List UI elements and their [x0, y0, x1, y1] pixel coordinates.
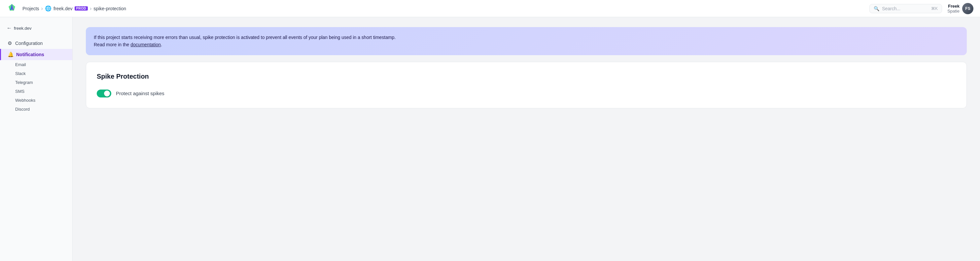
avatar-initials: FS	[965, 6, 970, 11]
breadcrumb-sep-2: ›	[90, 6, 91, 11]
configuration-icon: ⚙	[6, 40, 13, 46]
sidebar-sub-item-discord[interactable]: Discord	[0, 105, 72, 114]
discord-label: Discord	[15, 107, 30, 112]
breadcrumb: Projects › 🌐 freek.dev PROD › spike-prot…	[22, 5, 126, 11]
user-info[interactable]: Freek Spatie FS	[947, 3, 974, 14]
user-first-name: Freek	[947, 4, 959, 9]
sidebar-section-main: ⚙ Configuration 🔔 Notifications Email Sl…	[0, 37, 72, 115]
email-label: Email	[15, 62, 26, 67]
sidebar-item-notifications[interactable]: 🔔 Notifications	[0, 49, 72, 60]
back-arrow-icon: ←	[6, 25, 12, 31]
notifications-icon: 🔔	[8, 51, 14, 57]
sidebar-back-link[interactable]: ← freek.dev	[0, 24, 72, 37]
card-title: Spike Protection	[97, 73, 956, 80]
user-last-name: Spatie	[947, 9, 959, 14]
sidebar-sub-item-webhooks[interactable]: Webhooks	[0, 96, 72, 105]
banner-docs-link[interactable]: documentation	[130, 42, 161, 47]
banner-text-before: If this project starts receiving more er…	[94, 35, 396, 40]
layout: ← freek.dev ⚙ Configuration 🔔 Notificati…	[0, 17, 980, 261]
sidebar: ← freek.dev ⚙ Configuration 🔔 Notificati…	[0, 17, 73, 261]
topnav: Projects › 🌐 freek.dev PROD › spike-prot…	[0, 0, 980, 17]
user-name-block: Freek Spatie	[947, 4, 959, 14]
info-banner: If this project starts receiving more er…	[86, 27, 967, 55]
search-icon: 🔍	[874, 6, 879, 11]
search-bar[interactable]: 🔍 Search... ⌘K	[869, 4, 942, 13]
toggle-row: Protect against spikes	[97, 89, 956, 97]
avatar[interactable]: FS	[962, 3, 974, 14]
sidebar-back-label: freek.dev	[14, 26, 31, 31]
protect-toggle[interactable]	[97, 89, 111, 97]
sidebar-item-configuration-label: Configuration	[15, 41, 43, 46]
search-shortcut: ⌘K	[931, 6, 938, 11]
app-logo[interactable]	[6, 3, 17, 14]
search-placeholder: Search...	[882, 6, 900, 11]
sidebar-sub-item-slack[interactable]: Slack	[0, 69, 72, 78]
breadcrumb-sep-1: ›	[41, 6, 43, 11]
projects-link[interactable]: Projects	[22, 6, 39, 11]
env-badge: PROD	[75, 6, 88, 11]
toggle-thumb	[104, 91, 110, 97]
main-content: If this project starts receiving more er…	[73, 17, 980, 261]
sidebar-sub-item-email[interactable]: Email	[0, 60, 72, 69]
banner-text-after: .	[161, 42, 162, 47]
toggle-label: Protect against spikes	[116, 91, 164, 96]
sidebar-sub-item-sms[interactable]: SMS	[0, 87, 72, 96]
sidebar-item-notifications-label: Notifications	[16, 52, 44, 57]
domain-icon: 🌐	[45, 5, 51, 11]
slack-label: Slack	[15, 71, 26, 76]
webhooks-label: Webhooks	[15, 98, 35, 103]
project-name[interactable]: spike-protection	[94, 6, 126, 11]
domain-label[interactable]: freek.dev	[54, 6, 73, 11]
sidebar-sub-item-telegram[interactable]: Telegram	[0, 78, 72, 87]
sms-label: SMS	[15, 89, 24, 94]
sidebar-item-configuration[interactable]: ⚙ Configuration	[0, 38, 72, 49]
topnav-right: 🔍 Search... ⌘K Freek Spatie FS	[869, 3, 974, 14]
spike-protection-card: Spike Protection Protect against spikes	[86, 62, 967, 108]
telegram-label: Telegram	[15, 80, 33, 85]
